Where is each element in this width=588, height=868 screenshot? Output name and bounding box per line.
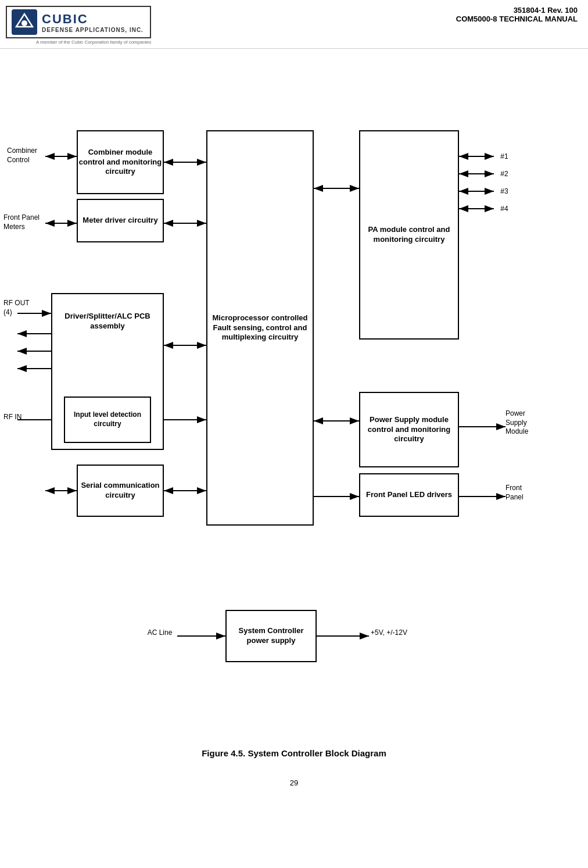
logo-area: CUBIC DEFENSE APPLICATIONS, INC. A membe… <box>6 6 151 45</box>
input-level-block: Input level detection circuitry <box>64 397 151 443</box>
pa-module-block: PA module control and monitoring circuit… <box>359 130 459 340</box>
header: CUBIC DEFENSE APPLICATIONS, INC. A membe… <box>0 0 588 49</box>
logo-text: CUBIC DEFENSE APPLICATIONS, INC. <box>42 12 144 33</box>
power-supply-block: Power Supply module control and monitori… <box>359 392 459 467</box>
logo-subtitle-text: DEFENSE APPLICATIONS, INC. <box>42 27 144 33</box>
rf-out-label: RF OUT (4) <box>3 299 44 317</box>
pa-num2-label: #2 <box>493 170 516 179</box>
front-panel-meters-label: Front Panel Meters <box>3 213 49 231</box>
pa-num1-label: #1 <box>493 152 516 162</box>
rf-in-label: RF IN <box>3 413 35 422</box>
power-supply-module-label: Power Supply Module <box>505 409 558 437</box>
doc-title: COM5000-8 TECHNICAL MANUAL <box>456 15 578 23</box>
driver-label: Driver/Splitter/ALC PCB assembly <box>52 312 163 331</box>
front-panel-led-block: Front Panel LED drivers <box>359 473 459 517</box>
page-number: 29 <box>0 778 588 787</box>
logo-icon <box>12 9 37 35</box>
diagram-area: Combiner module control and monitoring c… <box>0 49 588 834</box>
doc-number: 351804-1 Rev. 100 <box>456 6 578 15</box>
voltage-label: +5V, +/-12V <box>371 628 429 638</box>
logo-box: CUBIC DEFENSE APPLICATIONS, INC. <box>6 6 151 38</box>
microprocessor-block: Microprocessor controlled Fault sensing,… <box>206 130 314 526</box>
serial-comm-block: Serial communication circuitry <box>77 465 164 517</box>
svg-point-2 <box>21 20 27 26</box>
logo-cubic-text: CUBIC <box>42 12 144 27</box>
front-panel-label: Front Panel <box>505 484 552 502</box>
header-right: 351804-1 Rev. 100 COM5000-8 TECHNICAL MA… <box>456 6 578 23</box>
pa-num3-label: #3 <box>493 187 516 197</box>
combiner-block: Combiner module control and monitoring c… <box>77 130 164 194</box>
logo-member-text: A member of the Cubic Corporation family… <box>6 40 151 45</box>
figure-caption: Figure 4.5. System Controller Block Diag… <box>0 748 588 758</box>
combiner-control-label: Combiner Control <box>7 147 48 165</box>
meter-block: Meter driver circuitry <box>77 199 164 242</box>
sys-controller-block: System Controller power supply <box>225 610 317 662</box>
ac-line-label: AC Line <box>139 628 180 638</box>
pa-num4-label: #4 <box>493 205 516 214</box>
